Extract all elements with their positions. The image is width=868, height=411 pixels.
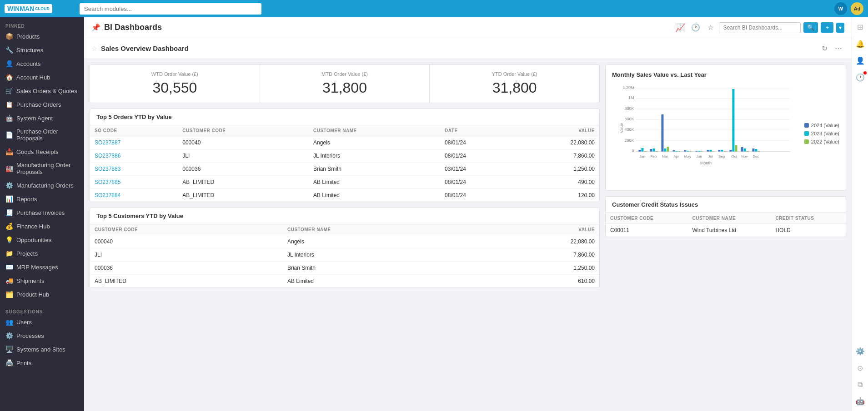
sidebar-item-account-hub[interactable]: 🏠 Account Hub: [0, 70, 84, 84]
sidebar-icon-grid[interactable]: ⊞: [855, 21, 865, 33]
kpi-ytd-label: YTD Order Value (£): [437, 71, 592, 77]
sidebar-item-label: Account Hub: [16, 74, 50, 81]
content-area: WTD Order Value (£) 30,550 MTD Order Val…: [84, 59, 852, 411]
logo-cloud-text: CLOUD: [35, 6, 50, 11]
sidebar-icon-circle[interactable]: ⊙: [855, 362, 865, 374]
table-cell: 1,250.00: [477, 262, 599, 275]
sidebar-item-accounts[interactable]: 👤 Accounts: [0, 57, 84, 70]
system-agent-icon: 🤖: [5, 114, 13, 122]
table-cell: AB Limited: [309, 176, 440, 189]
table-cell: 000036: [90, 262, 283, 275]
accounts-icon: 👤: [5, 60, 13, 67]
account-avatar[interactable]: Ad: [851, 2, 863, 15]
top5-orders-card: Top 5 Orders YTD by Value SO CODE CUSTOM…: [90, 109, 600, 202]
credit-status-card: Customer Credit Status Issues CUSTOMER C…: [605, 196, 846, 237]
add-dropdown-button[interactable]: ▾: [836, 23, 844, 33]
sidebar-item-system-agent[interactable]: 🤖 System Agent: [0, 111, 84, 125]
sidebar-icon-robot[interactable]: 🤖: [854, 395, 867, 407]
sidebar-item-label: Processes: [16, 332, 44, 339]
kpi-wtd: WTD Order Value (£) 30,550: [90, 65, 260, 103]
chart-main: 1.20M 1M 800K 600K 400K 200K 0 Value: [612, 83, 800, 184]
suggestions-label: SUGGESTIONS: [0, 307, 84, 315]
sidebar-item-products[interactable]: 📦 Products: [0, 30, 84, 43]
svg-rect-16: [641, 148, 643, 152]
sidebar-item-po-proposals[interactable]: 📄 Purchase Order Proposals: [0, 125, 84, 145]
sidebar-item-projects[interactable]: 📁 Projects: [0, 247, 84, 260]
sidebar-item-sales-orders[interactable]: 🛒 Sales Orders & Quotes: [0, 84, 84, 98]
chart-card: Monthly Sales Value vs. Last Year 1.20M …: [605, 64, 846, 191]
sidebar-item-opportunities[interactable]: 💡 Opportunities: [0, 233, 84, 247]
bi-search-input[interactable]: [719, 22, 801, 33]
chart-area: 1.20M 1M 800K 600K 400K 200K 0 Value: [612, 83, 839, 184]
sidebar-item-purchase-invoices[interactable]: 🧾 Purchase Invoices: [0, 206, 84, 219]
sidebar-item-label: Purchase Order Proposals: [16, 128, 79, 142]
sidebar-item-structures[interactable]: 🔧 Structures: [0, 43, 84, 57]
sidebar-item-product-hub[interactable]: 🗂️ Product Hub: [0, 287, 84, 301]
sidebar-item-mfg-proposals[interactable]: 🏭 Manufacturing Order Proposals: [0, 158, 84, 178]
table-cell: 000040: [90, 235, 283, 248]
sidebar-item-users[interactable]: 👥 Users: [0, 315, 84, 329]
user-avatar[interactable]: W: [834, 2, 847, 15]
more-button[interactable]: ⋯: [833, 43, 844, 54]
sidebar-item-mrp-messages[interactable]: ✉️ MRP Messages: [0, 260, 84, 274]
svg-rect-40: [732, 89, 734, 152]
sidebar-item-purchase-orders[interactable]: 📋 Purchase Orders: [0, 98, 84, 111]
table-cell: Brian Smith: [283, 262, 477, 275]
sidebar-icon-user[interactable]: 👤: [854, 54, 867, 67]
sidebar-item-label: Prints: [16, 360, 31, 366]
top5-orders-table: SO CODE CUSTOMER CODE CUSTOMER NAME DATE…: [90, 125, 599, 202]
sidebar-item-reports[interactable]: 📊 Reports: [0, 192, 84, 206]
sidebar-item-finance-hub[interactable]: 💰 Finance Hub: [0, 219, 84, 233]
table-cell: Wind Turbines Ltd: [688, 224, 771, 237]
sidebar-item-label: Purchase Orders: [16, 101, 61, 108]
kpi-row: WTD Order Value (£) 30,550 MTD Order Val…: [90, 64, 600, 103]
col-customer-code: CUSTOMER CODE: [178, 125, 309, 136]
sidebar-icon-layers[interactable]: ⧉: [856, 379, 864, 391]
svg-text:Month: Month: [700, 161, 712, 165]
add-button[interactable]: +: [821, 22, 833, 33]
table-cell: 1,250.00: [516, 163, 599, 176]
legend-dot-2022: [804, 139, 809, 144]
sidebar-item-systems-sites[interactable]: 🖥️ Systems and Sites: [0, 342, 84, 356]
svg-text:Jul: Jul: [708, 154, 712, 158]
search-button[interactable]: 🔍: [803, 22, 818, 33]
module-search-input[interactable]: [80, 3, 261, 15]
sidebar-icon-bell[interactable]: 🔔: [854, 38, 867, 50]
svg-rect-19: [652, 149, 655, 152]
legend-label-2024: 2024 (Value): [811, 123, 839, 128]
sidebar-item-label: Sales Orders & Quotes: [16, 88, 77, 94]
account-hub-icon: 🏠: [5, 74, 13, 81]
kpi-mtd: MTD Order Value (£) 31,800: [260, 65, 430, 103]
legend-label-2023: 2023 (Value): [811, 131, 839, 136]
sidebar-item-processes[interactable]: ⚙️ Processes: [0, 329, 84, 342]
chart-legend: 2024 (Value) 2023 (Value) 2022 (Value): [804, 83, 839, 184]
sidebar-item-label: Purchase Invoices: [16, 209, 65, 216]
page-header: 📌 BI Dashboards 📈 🕐 ☆ 🔍 + ▾: [84, 17, 852, 38]
search-bar[interactable]: [80, 3, 261, 15]
sidebar-item-prints[interactable]: 🖨️ Prints: [0, 356, 84, 370]
svg-rect-33: [707, 150, 709, 152]
sidebar-item-label: Goods Receipts: [16, 149, 59, 155]
sidebar-item-label: Reports: [16, 196, 37, 203]
sidebar-item-label: Projects: [16, 250, 38, 257]
history-button[interactable]: 🕐: [689, 22, 702, 33]
svg-rect-15: [638, 150, 641, 152]
svg-text:Nov: Nov: [741, 154, 748, 158]
refresh-button[interactable]: ↻: [819, 43, 830, 54]
sidebar-item-mfg-orders[interactable]: ⚙️ Manufacturing Orders: [0, 178, 84, 192]
svg-text:Apr: Apr: [673, 154, 679, 158]
favorite-button[interactable]: ☆: [705, 22, 716, 33]
table-cell: AB_LIMITED: [178, 176, 309, 189]
sidebar-icon-gear[interactable]: ⚙️: [854, 345, 867, 357]
svg-text:Oct: Oct: [731, 154, 737, 158]
svg-rect-37: [721, 150, 723, 152]
svg-rect-21: [661, 114, 663, 152]
sidebar-item-goods-receipts[interactable]: 📥 Goods Receipts: [0, 145, 84, 158]
table-cell: JL Interiors: [309, 149, 440, 163]
sidebar-icon-clock[interactable]: 🕐: [854, 71, 867, 84]
table-row: 000036Brian Smith1,250.00: [90, 262, 599, 275]
table-row: SO237883000036Brian Smith03/01/241,250.0…: [90, 163, 599, 176]
sidebar-item-shipments[interactable]: 🚚 Shipments: [0, 274, 84, 287]
sidebar: PINNED 📦 Products 🔧 Structures 👤 Account…: [0, 17, 84, 411]
svg-text:400K: 400K: [624, 127, 634, 132]
